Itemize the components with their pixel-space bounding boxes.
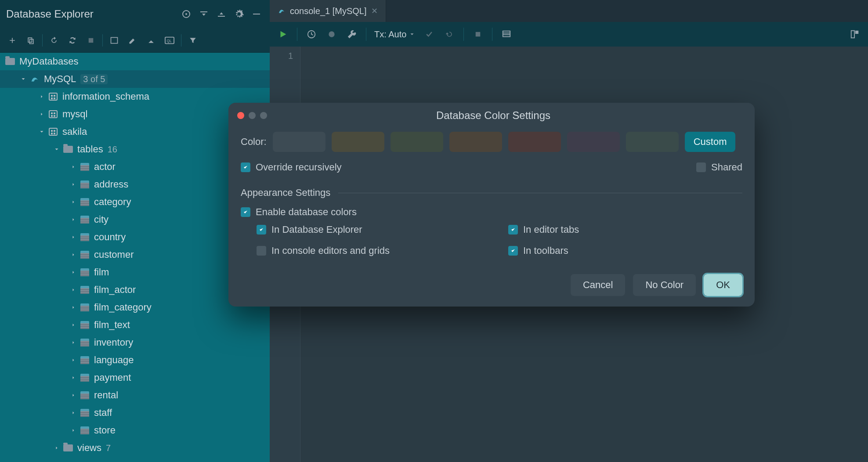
chevron-right-icon xyxy=(69,233,77,241)
add-icon[interactable] xyxy=(5,33,19,47)
chevron-right-icon xyxy=(69,216,77,224)
cancel-button[interactable]: Cancel xyxy=(571,274,625,296)
color-label: Color: xyxy=(241,136,267,148)
tree-table[interactable]: staff xyxy=(0,404,270,422)
color-swatch[interactable] xyxy=(626,132,679,152)
in-console-checkbox[interactable]: In console editors and grids xyxy=(257,245,491,256)
table-label: city xyxy=(94,214,108,225)
tab-console[interactable]: console_1 [MySQL] ✕ xyxy=(270,0,386,22)
editor-tabbar: console_1 [MySQL] ✕ xyxy=(270,0,868,22)
schema-label: sakila xyxy=(62,126,87,137)
checkbox-checked-icon xyxy=(508,246,518,256)
target-icon[interactable] xyxy=(177,5,195,23)
tree-table[interactable]: payment xyxy=(0,369,270,386)
edit-icon[interactable] xyxy=(126,33,140,47)
in-toolbars-checkbox[interactable]: In toolbars xyxy=(508,245,742,256)
tree-table[interactable]: language xyxy=(0,351,270,369)
window-minimize-icon[interactable] xyxy=(249,112,256,119)
checkbox-checked-icon xyxy=(508,225,518,235)
jump-icon[interactable] xyxy=(144,33,158,47)
chevron-right-icon xyxy=(69,251,77,259)
sidebar-header: Database Explorer xyxy=(0,0,270,28)
collapse-all-icon[interactable] xyxy=(213,5,230,23)
console-icon[interactable]: QL xyxy=(163,33,177,47)
svg-rect-2 xyxy=(253,14,260,14)
in-explorer-checkbox[interactable]: In Database Explorer xyxy=(257,224,491,235)
table-label: actor xyxy=(94,161,116,173)
color-swatch[interactable] xyxy=(391,132,443,152)
chevron-right-icon xyxy=(69,391,77,399)
duplicate-icon[interactable] xyxy=(24,33,38,47)
color-swatch[interactable] xyxy=(567,132,620,152)
tree-root[interactable]: MyDatabases xyxy=(0,53,270,70)
minimize-icon[interactable] xyxy=(248,5,265,23)
chevron-right-icon xyxy=(69,321,77,329)
window-close-icon[interactable] xyxy=(237,112,244,119)
override-checkbox[interactable]: Override recursively xyxy=(241,162,342,173)
chevron-down-icon xyxy=(409,31,415,37)
table-icon[interactable] xyxy=(107,33,121,47)
history-icon[interactable] xyxy=(305,28,318,40)
chevron-right-icon xyxy=(69,286,77,294)
svg-point-1 xyxy=(185,13,187,15)
shared-checkbox[interactable]: Shared xyxy=(696,162,742,173)
color-swatch[interactable] xyxy=(508,132,561,152)
datasource-badge: 3 of 5 xyxy=(80,74,108,84)
custom-color-button[interactable]: Custom xyxy=(685,132,736,152)
wrench-icon[interactable] xyxy=(346,28,358,40)
table-icon xyxy=(80,374,89,382)
chevron-right-icon xyxy=(69,409,77,417)
close-icon[interactable]: ✕ xyxy=(371,6,378,16)
shared-label: Shared xyxy=(711,162,742,173)
tree-table[interactable]: inventory xyxy=(0,334,270,351)
color-swatch[interactable] xyxy=(273,132,326,152)
run-icon[interactable] xyxy=(277,28,289,40)
checkbox-unchecked-icon xyxy=(696,162,706,172)
refresh-icon[interactable] xyxy=(47,33,61,47)
expand-all-icon[interactable] xyxy=(195,5,213,23)
stop-icon[interactable] xyxy=(84,33,98,47)
table-icon xyxy=(80,391,89,399)
table-icon xyxy=(80,198,89,206)
chevron-right-icon xyxy=(69,339,77,346)
color-settings-dialog: Database Color Settings Color: Custom Ov… xyxy=(228,103,755,307)
folder-icon xyxy=(5,58,15,65)
schema-icon xyxy=(49,93,58,101)
tree-views-group[interactable]: views 7 xyxy=(0,439,270,457)
layout-icon[interactable] xyxy=(849,28,861,40)
commit-icon[interactable] xyxy=(423,28,435,40)
filter-icon[interactable] xyxy=(186,33,200,47)
output-icon[interactable] xyxy=(500,28,513,40)
color-swatch[interactable] xyxy=(332,132,384,152)
table-icon xyxy=(80,356,89,364)
in-editor-tabs-checkbox[interactable]: In editor tabs xyxy=(508,224,742,235)
window-zoom-icon[interactable] xyxy=(260,112,267,119)
stop-icon[interactable] xyxy=(472,28,484,40)
rollback-icon[interactable] xyxy=(443,28,456,40)
color-swatch[interactable] xyxy=(449,132,502,152)
chevron-right-icon xyxy=(69,163,77,171)
tree-table[interactable]: rental xyxy=(0,386,270,404)
record-icon[interactable] xyxy=(326,28,338,40)
svg-rect-6 xyxy=(111,37,118,43)
chevron-right-icon xyxy=(38,110,46,118)
checkbox-checked-icon xyxy=(241,207,250,217)
svg-text:QL: QL xyxy=(167,39,172,43)
tables-count: 16 xyxy=(108,144,117,155)
tx-mode-dropdown[interactable]: Tx: Auto xyxy=(374,29,415,40)
table-label: film_text xyxy=(94,319,130,331)
enable-colors-checkbox[interactable]: Enable database colors xyxy=(241,206,742,218)
table-label: film_category xyxy=(94,302,152,313)
color-row: Color: Custom xyxy=(241,132,742,152)
settings-icon[interactable] xyxy=(230,5,248,23)
table-icon xyxy=(80,180,89,188)
svg-rect-13 xyxy=(851,31,854,38)
enable-label: Enable database colors xyxy=(256,206,357,218)
ok-button[interactable]: OK xyxy=(704,274,742,296)
sync-icon[interactable] xyxy=(65,33,80,47)
tree-datasource[interactable]: MySQL 3 of 5 xyxy=(0,70,270,88)
no-color-button[interactable]: No Color xyxy=(633,274,696,296)
table-label: payment xyxy=(94,372,131,383)
tree-table[interactable]: store xyxy=(0,422,270,439)
tree-table[interactable]: film_text xyxy=(0,316,270,334)
